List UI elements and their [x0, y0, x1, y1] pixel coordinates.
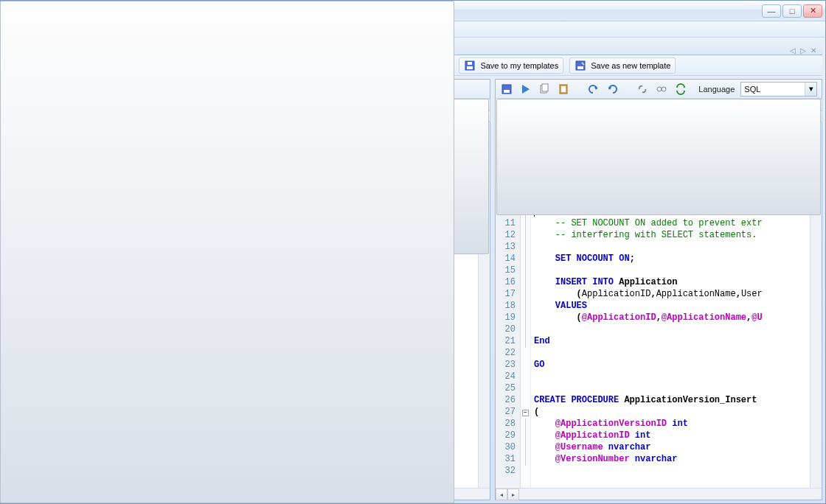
tab-prev-icon[interactable]: ◁	[790, 46, 796, 55]
copy-icon[interactable]	[538, 82, 551, 97]
chevron-down-icon: ▾	[805, 83, 816, 96]
svg-point-27	[657, 87, 662, 91]
svg-rect-8	[577, 66, 583, 69]
language-label: Language	[698, 85, 735, 94]
minimize-icon: —	[768, 7, 776, 15]
language-value: SQL	[744, 85, 813, 94]
main-area: aspnet_Paths ◁ ▷ ✕ Execute template code…	[163, 38, 822, 500]
svg-rect-24	[561, 86, 566, 92]
link2-icon[interactable]	[655, 82, 668, 97]
tab-next-icon[interactable]: ▷	[800, 46, 806, 55]
save-icon	[464, 60, 476, 71]
tab-close-icon[interactable]: ✕	[811, 46, 816, 55]
minimize-button[interactable]: —	[762, 4, 781, 18]
right-editor-toolbar: Language SQL ▾	[496, 80, 822, 99]
svg-rect-6	[468, 62, 472, 65]
app-window: V3 CodeGeneratorPro V3 — □ ✕ File Logout…	[0, 0, 826, 504]
close-icon: ✕	[810, 6, 816, 15]
left-vscrollbar[interactable]: ▴▾	[478, 99, 490, 488]
right-vscrollbar[interactable]: ▴▾	[810, 99, 822, 488]
svg-point-28	[662, 87, 666, 91]
maximize-button[interactable]: □	[782, 4, 802, 18]
save-my-label: Save to my templates	[480, 61, 558, 70]
maximize-icon: □	[790, 7, 795, 15]
save-as-icon	[575, 60, 586, 71]
svg-rect-19	[504, 90, 510, 93]
undo-icon[interactable]	[587, 82, 600, 97]
link-icon[interactable]	[636, 82, 649, 97]
close-button[interactable]: ✕	[803, 4, 822, 18]
right-editor: Language SQL ▾ 1234567891011121314151617…	[495, 79, 822, 500]
fold-minus-icon[interactable]: −	[522, 410, 529, 416]
save-my-button[interactable]: Save to my templates	[459, 57, 563, 74]
editors: 1234567891011121314151617181920212223242…	[163, 76, 822, 500]
save-as-button[interactable]: Save as new template	[569, 57, 676, 74]
run-icon[interactable]	[519, 82, 532, 97]
language-combo[interactable]: SQL ▾	[740, 82, 817, 97]
save-icon[interactable]	[500, 82, 513, 97]
svg-rect-22	[542, 84, 548, 91]
svg-marker-20	[522, 85, 530, 94]
save-as-label: Save as new template	[591, 61, 670, 70]
sync-icon[interactable]	[674, 82, 687, 97]
right-hscrollbar[interactable]: ◂▸	[496, 488, 822, 500]
redo-icon[interactable]	[606, 82, 620, 97]
svg-rect-5	[467, 66, 473, 69]
paste-icon[interactable]	[557, 82, 570, 97]
